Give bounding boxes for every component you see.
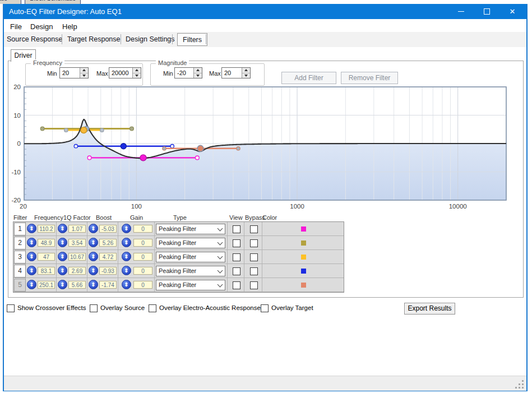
close-button[interactable]: ✕ bbox=[499, 4, 525, 19]
frequency-field[interactable]: 250.1 bbox=[38, 281, 55, 289]
resize-grip-icon[interactable] bbox=[515, 380, 524, 389]
q-factor-field[interactable]: 1.07 bbox=[68, 225, 86, 233]
frequency-min-spinner[interactable]: 20 bbox=[59, 67, 89, 78]
frequency-field[interactable]: 110.2 bbox=[38, 225, 55, 233]
boost-field[interactable]: 4.72 bbox=[99, 253, 117, 261]
adjust-knob-icon[interactable]: ⇕ bbox=[27, 238, 36, 247]
spin-down-icon[interactable] bbox=[194, 73, 202, 78]
tab-target-response[interactable]: Target Response bbox=[67, 35, 121, 43]
overlay-target-checkbox[interactable] bbox=[261, 304, 269, 312]
filter-color-swatch[interactable] bbox=[301, 283, 306, 288]
filter-type-select[interactable]: Peaking Filter bbox=[156, 252, 225, 262]
menu-file[interactable]: File bbox=[10, 22, 22, 31]
adjust-knob-icon[interactable]: ⇕ bbox=[58, 238, 67, 247]
spin-down-icon[interactable] bbox=[133, 73, 141, 78]
frequency-field[interactable]: 48.9 bbox=[38, 239, 55, 247]
maximize-button[interactable] bbox=[474, 4, 499, 19]
boost-field[interactable]: -5.03 bbox=[99, 225, 117, 233]
adjust-knob-icon[interactable]: ⇕ bbox=[58, 266, 67, 275]
row-number[interactable]: 1 bbox=[14, 223, 26, 235]
boost-field[interactable]: -1.74 bbox=[99, 281, 117, 289]
adjust-knob-icon[interactable]: ⇕ bbox=[58, 252, 67, 261]
filter-type-select[interactable]: Peaking Filter bbox=[156, 224, 225, 234]
tab-source-response[interactable]: Source Response bbox=[7, 35, 62, 43]
filter-color-swatch[interactable] bbox=[301, 269, 306, 274]
view-checkbox[interactable] bbox=[233, 239, 240, 247]
q-factor-field[interactable]: 5.66 bbox=[68, 281, 86, 289]
adjust-knob-icon[interactable]: ⇕ bbox=[27, 252, 36, 261]
adjust-knob-icon[interactable]: ⇕ bbox=[122, 266, 131, 275]
filter-bandwidth-handle[interactable] bbox=[64, 128, 68, 132]
adjust-knob-icon[interactable]: ⇕ bbox=[122, 280, 131, 289]
row-number[interactable]: 5 bbox=[14, 279, 26, 292]
magnitude-max-value[interactable]: 20 bbox=[222, 68, 231, 78]
gain-field[interactable]: 0 bbox=[133, 225, 152, 233]
eq-response-chart[interactable]: 20100-10-2020100100010000 bbox=[7, 84, 510, 213]
adjust-knob-icon[interactable]: ⇕ bbox=[89, 252, 98, 261]
gain-field[interactable]: 0 bbox=[133, 281, 152, 289]
minimize-button[interactable] bbox=[448, 4, 474, 19]
adjust-knob-icon[interactable]: ⇕ bbox=[122, 224, 131, 233]
tab-filters[interactable]: Filters bbox=[177, 33, 207, 46]
filter-center-handle[interactable] bbox=[197, 145, 203, 151]
adjust-knob-icon[interactable]: ⇕ bbox=[122, 238, 131, 247]
filter-center-handle[interactable] bbox=[121, 144, 126, 149]
frequency-field[interactable]: 47 bbox=[38, 253, 55, 261]
bypass-checkbox[interactable] bbox=[250, 267, 258, 275]
magnitude-max-spinner[interactable]: 20 bbox=[221, 67, 251, 78]
adjust-knob-icon[interactable]: ⇕ bbox=[58, 280, 67, 289]
view-checkbox[interactable] bbox=[233, 281, 240, 289]
adjust-knob-icon[interactable]: ⇕ bbox=[89, 238, 98, 247]
tab-design-settings[interactable]: Design Settings bbox=[126, 35, 175, 43]
row-number[interactable]: 3 bbox=[14, 251, 26, 263]
filter-color-swatch[interactable] bbox=[301, 255, 306, 260]
adjust-knob-icon[interactable]: ⇕ bbox=[58, 224, 67, 233]
filter-bandwidth-handle[interactable] bbox=[130, 127, 134, 131]
menu-design[interactable]: Design bbox=[30, 22, 53, 31]
gain-field[interactable]: 0 bbox=[133, 253, 152, 261]
view-checkbox[interactable] bbox=[233, 225, 240, 233]
gain-field[interactable]: 0 bbox=[133, 267, 152, 275]
adjust-knob-icon[interactable]: ⇕ bbox=[27, 280, 36, 289]
frequency-field[interactable]: 83.1 bbox=[38, 267, 55, 275]
show-crossover-effects-checkbox[interactable] bbox=[7, 304, 15, 312]
frequency-max-spinner[interactable]: 20000 bbox=[109, 67, 141, 78]
adjust-knob-icon[interactable]: ⇕ bbox=[89, 266, 98, 275]
overlay-source-checkbox[interactable] bbox=[90, 304, 98, 312]
bypass-checkbox[interactable] bbox=[250, 253, 258, 261]
filter-center-handle[interactable] bbox=[81, 127, 87, 133]
filter-bandwidth-handle[interactable] bbox=[163, 147, 166, 150]
filter-color-swatch[interactable] bbox=[301, 226, 306, 232]
gain-field[interactable]: 0 bbox=[133, 239, 152, 247]
magnitude-min-value[interactable]: -20 bbox=[175, 68, 186, 78]
filter-bandwidth-handle[interactable] bbox=[170, 144, 174, 147]
filter-bandwidth-handle[interactable] bbox=[74, 144, 77, 147]
filter-bandwidth-handle[interactable] bbox=[87, 156, 91, 160]
filter-bandwidth-handle[interactable] bbox=[40, 127, 44, 131]
filter-bandwidth-handle[interactable] bbox=[237, 147, 240, 150]
row-number[interactable]: 2 bbox=[14, 237, 26, 249]
background-tab-schematic[interactable]: Schematic bbox=[0, 0, 21, 4]
spin-down-icon[interactable] bbox=[242, 73, 250, 78]
bypass-checkbox[interactable] bbox=[250, 225, 258, 233]
background-tab-block-schematic[interactable]: Block Schematic bbox=[25, 0, 81, 4]
spin-down-icon[interactable] bbox=[80, 73, 88, 78]
spin-up-icon[interactable] bbox=[80, 68, 88, 73]
q-factor-field[interactable]: 10.67 bbox=[68, 253, 86, 261]
remove-filter-button[interactable]: Remove Filter bbox=[341, 72, 398, 84]
adjust-knob-icon[interactable]: ⇕ bbox=[27, 266, 36, 275]
spin-up-icon[interactable] bbox=[242, 68, 250, 73]
filter-center-handle[interactable] bbox=[140, 155, 146, 161]
q-factor-field[interactable]: 3.54 bbox=[68, 239, 86, 247]
q-factor-field[interactable]: 2.69 bbox=[68, 267, 86, 275]
spin-up-icon[interactable] bbox=[194, 68, 202, 73]
view-checkbox[interactable] bbox=[233, 267, 240, 275]
export-results-button[interactable]: Export Results bbox=[404, 303, 455, 315]
boost-field[interactable]: 5.26 bbox=[99, 239, 117, 247]
row-number[interactable]: 4 bbox=[14, 265, 26, 278]
filter-bandwidth-handle[interactable] bbox=[100, 128, 104, 132]
adjust-knob-icon[interactable]: ⇕ bbox=[89, 224, 98, 233]
adjust-knob-icon[interactable]: ⇕ bbox=[122, 252, 131, 261]
magnitude-min-spinner[interactable]: -20 bbox=[174, 67, 202, 78]
frequency-max-value[interactable]: 20000 bbox=[109, 68, 129, 78]
